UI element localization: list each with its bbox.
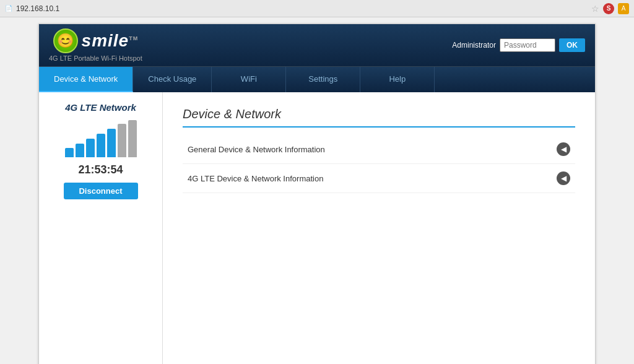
main-content: 4G LTE Network 21:53:54 Disconnect Devic… bbox=[39, 92, 595, 364]
signal-bar bbox=[128, 120, 137, 157]
nav-item-wifi[interactable]: WiFi bbox=[212, 67, 286, 92]
general-info-arrow-icon: ◀ bbox=[557, 142, 570, 156]
brand-name: smileTM bbox=[82, 31, 139, 51]
signal-bar bbox=[65, 148, 74, 157]
app-container: smileTM 4G LTE Portable Wi-Fi Hotspot Ad… bbox=[38, 24, 596, 364]
signal-bar bbox=[76, 144, 84, 157]
nav-item-device-network[interactable]: Device & Network bbox=[39, 67, 133, 92]
lte-info-row[interactable]: 4G LTE Device & Network Information ◀ bbox=[183, 164, 575, 193]
nav-item-check-usage[interactable]: Check Usage bbox=[133, 67, 212, 92]
admin-label: Administrator bbox=[452, 41, 496, 50]
app-header: smileTM 4G LTE Portable Wi-Fi Hotspot Ad… bbox=[39, 24, 595, 66]
signal-bar bbox=[107, 129, 116, 157]
addon2-icon[interactable]: A bbox=[618, 3, 629, 14]
signal-bar bbox=[118, 124, 126, 157]
sidebar-title: 4G LTE Network bbox=[65, 102, 136, 113]
signal-bar bbox=[97, 134, 105, 157]
nav-bar: Device & Network Check Usage WiFi Settin… bbox=[39, 66, 595, 92]
browser-actions: ☆ S A bbox=[591, 3, 629, 14]
lte-info-arrow-icon: ◀ bbox=[557, 171, 570, 185]
browser-bar: 📄 192.168.10.1 ☆ S A bbox=[0, 0, 634, 17]
bookmark-star-icon[interactable]: ☆ bbox=[591, 4, 599, 14]
signal-bar bbox=[86, 139, 95, 157]
password-input[interactable] bbox=[500, 38, 555, 52]
connection-timer: 21:53:54 bbox=[78, 163, 123, 176]
addon1-icon[interactable]: S bbox=[603, 3, 614, 14]
general-info-label: General Device & Network Information bbox=[188, 145, 325, 154]
content-panel: Device & Network General Device & Networ… bbox=[163, 92, 595, 364]
url-text: 192.168.10.1 bbox=[16, 4, 59, 13]
page-icon: 📄 bbox=[5, 5, 12, 12]
page-wrapper: smileTM 4G LTE Portable Wi-Fi Hotspot Ad… bbox=[0, 17, 634, 364]
general-info-row[interactable]: General Device & Network Information ◀ bbox=[183, 135, 575, 164]
page-title: Device & Network bbox=[183, 107, 575, 128]
logo-smile: smileTM bbox=[53, 28, 139, 53]
signal-bars bbox=[65, 120, 137, 157]
browser-url-area: 📄 192.168.10.1 bbox=[5, 4, 59, 13]
lte-info-label: 4G LTE Device & Network Information bbox=[188, 174, 323, 183]
smile-face-icon bbox=[53, 28, 78, 53]
ok-button[interactable]: OK bbox=[559, 38, 585, 52]
nav-item-settings[interactable]: Settings bbox=[286, 67, 360, 92]
logo-area: smileTM 4G LTE Portable Wi-Fi Hotspot bbox=[49, 28, 142, 62]
nav-item-help[interactable]: Help bbox=[360, 67, 435, 92]
header-auth: Administrator OK bbox=[452, 38, 585, 52]
device-subtitle: 4G LTE Portable Wi-Fi Hotspot bbox=[49, 54, 142, 62]
sidebar: 4G LTE Network 21:53:54 Disconnect bbox=[39, 92, 163, 364]
disconnect-button[interactable]: Disconnect bbox=[64, 183, 138, 199]
